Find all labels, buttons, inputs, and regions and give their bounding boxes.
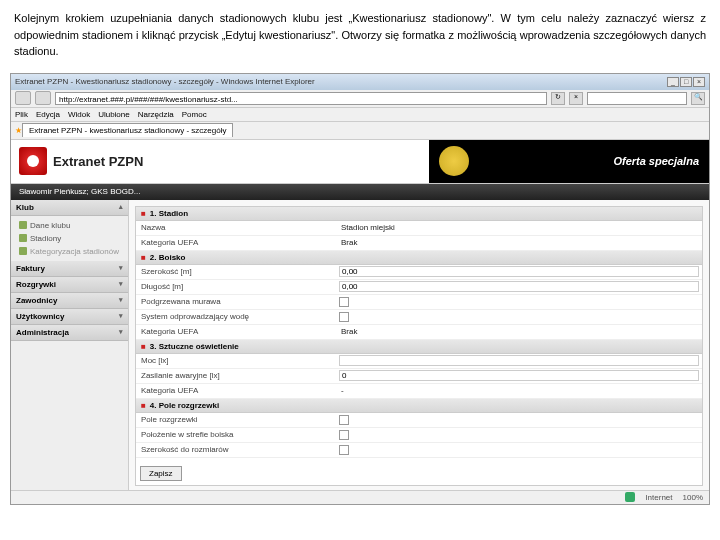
murawa-checkbox[interactable] (339, 297, 349, 307)
favorites-icon[interactable]: ★ (15, 126, 22, 135)
doc-icon (19, 234, 27, 242)
status-bar: Internet 100% (11, 490, 709, 504)
content-area: Klub▴ Dane klubu Stadiony Kategoryzacja … (11, 200, 709, 490)
window-title: Extranet PZPN - Kwestionariusz stadionow… (15, 77, 315, 86)
main-panel: ■1. Stadion NazwaStadion miejski Kategor… (129, 200, 709, 490)
accordion-faktury[interactable]: Faktury▾ (11, 261, 128, 277)
minimize-button[interactable]: _ (667, 77, 679, 87)
bullet-icon: ■ (141, 209, 146, 218)
chevron-down-icon: ▾ (119, 312, 123, 320)
field-label: Nazwa (136, 223, 336, 232)
accordion-label: Administracja (16, 328, 69, 337)
pole-checkbox[interactable] (339, 415, 349, 425)
row-polozenie: Położenie w strefie boiska (136, 428, 702, 443)
pzpn-logo (19, 147, 47, 175)
chevron-down-icon: ▾ (119, 280, 123, 288)
chevron-down-icon: ▾ (119, 296, 123, 304)
refresh-button[interactable]: ↻ (551, 92, 565, 105)
address-bar: http://extranet.###.pl/###/###/kwestiona… (11, 90, 709, 108)
accordion-administracja[interactable]: Administracja▾ (11, 325, 128, 341)
row-szerokosc: Szerokość [m] (136, 265, 702, 280)
row-murawa: Podgrzewana murawa (136, 295, 702, 310)
browser-tab[interactable]: Extranet PZPN - kwestionariusz stadionow… (22, 123, 233, 137)
field-label: Kategoria UEFA (136, 238, 336, 247)
dlugosc-input[interactable] (339, 281, 699, 292)
field-value: Brak (336, 327, 702, 336)
section-title: 4. Pole rozgrzewki (150, 401, 219, 410)
stop-button[interactable]: × (569, 92, 583, 105)
search-button[interactable]: 🔍 (691, 92, 705, 105)
row-kat-uefa-2: Kategoria UEFABrak (136, 325, 702, 340)
sidebar-item-label: Dane klubu (30, 221, 70, 230)
section-title: 2. Boisko (150, 253, 186, 262)
url-field[interactable]: http://extranet.###.pl/###/###/kwestiona… (55, 92, 547, 105)
tab-label: Extranet PZPN - kwestionariusz stadionow… (29, 126, 226, 135)
section-1-header[interactable]: ■1. Stadion (136, 207, 702, 221)
accordion-label: Zawodnicy (16, 296, 57, 305)
row-woda: System odprowadzający wodę (136, 310, 702, 325)
section-2-header[interactable]: ■2. Boisko (136, 251, 702, 265)
accordion-label: Rozgrywki (16, 280, 56, 289)
field-label: Długość [m] (136, 282, 336, 291)
menu-bar: Plik Edycja Widok Ulubione Narzędzia Pom… (11, 108, 709, 122)
sidebar-item-label: Stadiony (30, 234, 61, 243)
status-net: Internet (645, 493, 672, 502)
field-label: Kategoria UEFA (136, 327, 336, 336)
field-value: Stadion miejski (336, 223, 702, 232)
awaryjne-input[interactable] (339, 370, 699, 381)
field-label: Kategoria UEFA (136, 386, 336, 395)
row-dlugosc: Długość [m] (136, 280, 702, 295)
search-field[interactable] (587, 92, 687, 105)
internet-icon (625, 492, 635, 502)
ad-banner[interactable]: Oferta specjalna (429, 140, 709, 183)
moc-input[interactable] (339, 355, 699, 366)
accordion-klub[interactable]: Klub▴ (11, 200, 128, 216)
accordion-uzytkownicy[interactable]: Użytkownicy▾ (11, 309, 128, 325)
row-kat-uefa-3: Kategoria UEFA- (136, 384, 702, 399)
accordion-rozgrywki[interactable]: Rozgrywki▾ (11, 277, 128, 293)
section-3-header[interactable]: ■3. Sztuczne oświetlenie (136, 340, 702, 354)
accordion-klub-label: Klub (16, 203, 34, 212)
sidebar-item-kategoryzacja[interactable]: Kategoryzacja stadionów (11, 245, 128, 258)
field-label: Pole rozgrzewki (136, 415, 336, 424)
szerokosc-input[interactable] (339, 266, 699, 277)
close-button[interactable]: × (693, 77, 705, 87)
field-label: Podgrzewana murawa (136, 297, 336, 306)
bullet-icon: ■ (141, 342, 146, 351)
menu-favorites[interactable]: Ulubione (98, 110, 130, 119)
ad-text: Oferta specjalna (613, 155, 699, 167)
save-button[interactable]: Zapisz (140, 466, 182, 481)
field-label: Zasilanie awaryjne [lx] (136, 371, 336, 380)
menu-view[interactable]: Widok (68, 110, 90, 119)
row-pole: Pole rozgrzewki (136, 413, 702, 428)
sidebar-item-stadiony[interactable]: Stadiony (11, 232, 128, 245)
section-4-header[interactable]: ■4. Pole rozgrzewki (136, 399, 702, 413)
intro-text: Kolejnym krokiem uzupełniania danych sta… (0, 0, 720, 70)
menu-help[interactable]: Pomoc (182, 110, 207, 119)
field-label: System odprowadzający wodę (136, 312, 336, 321)
row-rozmiar: Szerokość do rozmiarów (136, 443, 702, 458)
status-zoom[interactable]: 100% (683, 493, 703, 502)
sidebar: Klub▴ Dane klubu Stadiony Kategoryzacja … (11, 200, 129, 490)
sidebar-item-dane[interactable]: Dane klubu (11, 219, 128, 232)
polozenie-checkbox[interactable] (339, 430, 349, 440)
back-button[interactable] (15, 91, 31, 105)
menu-edit[interactable]: Edycja (36, 110, 60, 119)
woda-checkbox[interactable] (339, 312, 349, 322)
maximize-button[interactable]: □ (680, 77, 692, 87)
chevron-down-icon: ▾ (119, 328, 123, 336)
user-bar: Sławomir Pieńkusz; GKS BOGD... (11, 184, 709, 200)
accordion-label: Użytkownicy (16, 312, 64, 321)
accordion-zawodnicy[interactable]: Zawodnicy▾ (11, 293, 128, 309)
forward-button[interactable] (35, 91, 51, 105)
row-awaryjne: Zasilanie awaryjne [lx] (136, 369, 702, 384)
user-name: Sławomir Pieńkusz; GKS BOGD... (19, 187, 140, 196)
row-nazwa: NazwaStadion miejski (136, 221, 702, 236)
menu-tools[interactable]: Narzędzia (138, 110, 174, 119)
sidebar-item-label: Kategoryzacja stadionów (30, 247, 119, 256)
chevron-down-icon: ▾ (119, 264, 123, 272)
bullet-icon: ■ (141, 401, 146, 410)
section-title: 3. Sztuczne oświetlenie (150, 342, 239, 351)
rozmiar-checkbox[interactable] (339, 445, 349, 455)
menu-file[interactable]: Plik (15, 110, 28, 119)
